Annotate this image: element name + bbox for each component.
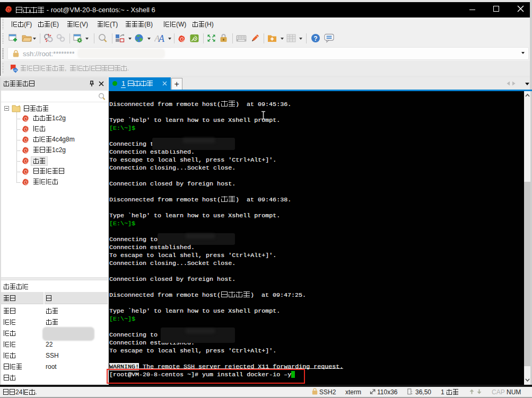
svg-text:A: A — [158, 33, 165, 42]
svg-text:?: ? — [313, 35, 317, 42]
